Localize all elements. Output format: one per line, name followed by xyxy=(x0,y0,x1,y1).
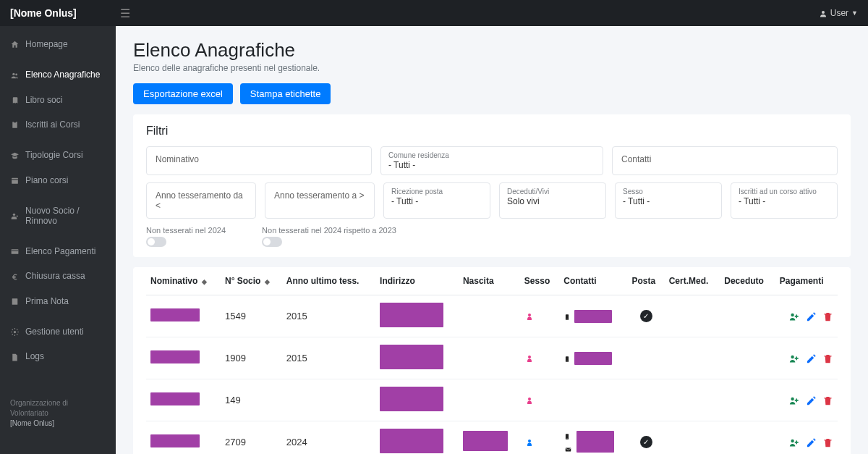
sidebar-item-iscritti-corsi[interactable]: Iscritti ai Corsi xyxy=(0,112,116,137)
sidebar-item-label: Elenco Anagrafiche xyxy=(25,70,100,80)
sidebar-item-label: Homepage xyxy=(25,39,68,49)
redacted-address xyxy=(380,387,443,411)
filter-anno-a[interactable]: Anno tesseramento a > xyxy=(265,182,375,219)
svg-point-10 xyxy=(528,314,531,316)
anagrafiche-table: Nominativo ◆ N° Socio ◆ Anno ultimo tess… xyxy=(146,267,838,454)
filter-label: Iscritti ad un corso attivo xyxy=(739,188,830,196)
cell-n-socio: 1909 xyxy=(221,337,282,379)
filter-contatti[interactable]: Contatti xyxy=(612,146,838,175)
row-add-icon[interactable] xyxy=(788,310,800,323)
sidebar-item-libro-soci[interactable]: Libro soci xyxy=(0,88,116,112)
row-delete-icon[interactable] xyxy=(822,394,833,407)
filter-value: - Tutti - xyxy=(739,196,830,206)
redacted-contact xyxy=(574,310,612,323)
row-add-icon[interactable] xyxy=(788,352,800,365)
svg-point-17 xyxy=(791,356,793,358)
sidebar-item-elenco-pagamenti[interactable]: Elenco Pagamenti xyxy=(0,239,116,264)
th-pagamenti: Pagamenti xyxy=(775,267,838,295)
sidebar-item-piano-corsi[interactable]: Piano corsi xyxy=(0,168,116,193)
toggle-non-tesserati-2024-vs-2023[interactable]: Non tesserati nel 2024 rispetto a 2023 xyxy=(262,226,396,247)
th-anno-ultimo[interactable]: Anno ultimo tess. xyxy=(282,267,375,295)
note-icon xyxy=(10,296,20,306)
users-icon xyxy=(10,70,20,80)
filter-value: - Tutti - xyxy=(391,196,482,206)
print-labels-button[interactable]: Stampa etichette xyxy=(240,83,331,104)
row-edit-icon[interactable] xyxy=(806,394,817,407)
sidebar-item-chiusura-cassa[interactable]: Chiusura cassa xyxy=(0,264,116,288)
svg-rect-23 xyxy=(566,447,571,451)
redacted-name xyxy=(150,434,200,447)
sidebar-item-nuovo-socio[interactable]: Nuovo Socio / Rinnovo xyxy=(0,198,116,233)
filter-nominativo[interactable]: Nominativo xyxy=(146,146,372,175)
redacted-contact xyxy=(574,352,612,365)
sidebar-item-prima-nota[interactable]: Prima Nota xyxy=(0,289,116,314)
redacted-address xyxy=(380,429,443,453)
gear-icon xyxy=(10,327,20,337)
sidebar-item-logs[interactable]: Logs xyxy=(0,344,116,369)
toggle-pill[interactable] xyxy=(146,237,166,247)
mail-icon xyxy=(563,443,573,454)
toggle-label: Non tesserati nel 2024 xyxy=(146,226,226,235)
th-n-socio[interactable]: N° Socio ◆ xyxy=(221,267,282,295)
filter-iscritti[interactable]: Iscritti ad un corso attivo - Tutti - xyxy=(731,182,838,219)
filters-card: Filtri Nominativo Comune residenza - Tut… xyxy=(133,114,851,257)
filter-label: Sesso xyxy=(623,188,714,196)
svg-rect-5 xyxy=(12,178,18,184)
row-add-icon[interactable] xyxy=(788,394,800,407)
row-actions xyxy=(780,310,833,323)
redacted-name xyxy=(150,392,200,405)
table-row: 1549 2015 ✓ xyxy=(146,295,838,337)
hamburger-icon[interactable]: ☰ xyxy=(116,7,135,20)
row-add-icon[interactable] xyxy=(788,436,800,449)
toggle-pill[interactable] xyxy=(262,237,282,247)
row-edit-icon[interactable] xyxy=(806,310,817,323)
cell-anno: 2015 xyxy=(282,295,375,337)
filter-ricezione[interactable]: Ricezione posta - Tutti - xyxy=(383,182,490,219)
svg-point-22 xyxy=(567,438,568,439)
filter-deceduti[interactable]: Deceduti/Vivi Solo vivi xyxy=(499,182,606,219)
brand: [Nome Onlus] xyxy=(10,7,116,19)
export-excel-button[interactable]: Esportazione excel xyxy=(133,83,233,104)
svg-rect-4 xyxy=(14,121,16,122)
user-menu[interactable]: User ▼ xyxy=(819,8,858,18)
svg-point-20 xyxy=(528,440,531,442)
cell-anno: 2024 xyxy=(282,421,375,455)
row-delete-icon[interactable] xyxy=(822,310,833,323)
row-delete-icon[interactable] xyxy=(822,352,833,365)
table-row: 2709 2024 ✓ xyxy=(146,421,838,455)
cell-n-socio: 149 xyxy=(221,379,282,421)
sidebar-item-elenco-anagrafiche[interactable]: Elenco Anagrafiche xyxy=(0,62,116,87)
toggle-non-tesserati-2024[interactable]: Non tesserati nel 2024 xyxy=(146,226,226,247)
page-subtitle: Elenco delle anagrafiche presenti nel ge… xyxy=(133,63,851,73)
svg-point-9 xyxy=(14,331,16,333)
filter-anno-da[interactable]: Anno tesseramento da < xyxy=(146,182,256,219)
mobile-icon xyxy=(563,429,573,441)
file-icon xyxy=(10,351,20,361)
filter-sesso[interactable]: Sesso - Tutti - xyxy=(615,182,722,219)
filter-comune[interactable]: Comune residenza - Tutti - xyxy=(380,146,603,175)
page-title: Elenco Anagrafiche xyxy=(133,39,851,62)
svg-point-18 xyxy=(528,398,531,400)
svg-point-1 xyxy=(12,72,14,75)
th-contatti: Contatti xyxy=(559,267,627,295)
row-delete-icon[interactable] xyxy=(822,436,833,449)
sidebar-item-homepage[interactable]: Homepage xyxy=(0,32,116,56)
th-nascita: Nascita xyxy=(459,267,520,295)
main-content: Elenco Anagrafiche Elenco delle anagrafi… xyxy=(116,26,868,454)
sidebar-item-gestione-utenti[interactable]: Gestione utenti xyxy=(0,319,116,344)
row-edit-icon[interactable] xyxy=(806,352,817,365)
row-actions xyxy=(780,394,833,407)
redacted-contact xyxy=(576,431,614,453)
filter-placeholder: Anno tesseramento a > xyxy=(274,190,364,201)
th-nominativo[interactable]: Nominativo ◆ xyxy=(146,267,221,295)
sidebar: Homepage Elenco Anagrafiche Libro soci I… xyxy=(0,26,116,454)
sidebar-item-label: Elenco Pagamenti xyxy=(25,246,95,256)
user-plus-icon xyxy=(10,211,20,221)
cell-n-socio: 2709 xyxy=(221,421,282,455)
mobile-icon xyxy=(563,352,571,363)
sidebar-item-tipologie-corsi[interactable]: Tipologie Corsi xyxy=(0,143,116,167)
row-edit-icon[interactable] xyxy=(806,436,817,449)
filter-placeholder: Nominativo xyxy=(156,154,199,164)
calendar-icon xyxy=(10,175,20,185)
grad-icon xyxy=(10,150,20,160)
